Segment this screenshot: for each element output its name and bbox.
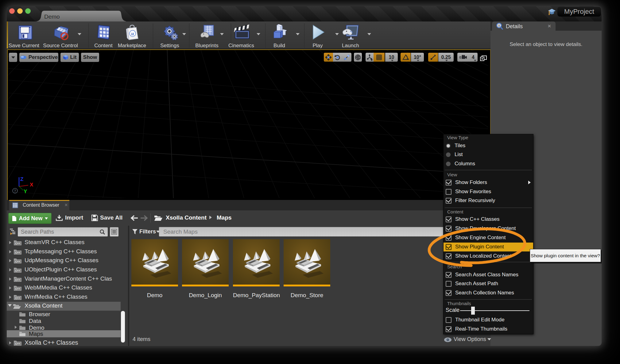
svg-text:C++: C++ xyxy=(15,342,20,345)
svg-text:C++: C++ xyxy=(15,287,20,290)
svg-text:Y: Y xyxy=(24,189,27,194)
svg-text:C++: C++ xyxy=(15,242,20,245)
svg-text:i: i xyxy=(498,24,499,27)
svg-text:C++: C++ xyxy=(15,269,20,272)
svg-text:Z: Z xyxy=(20,176,23,182)
svg-text:C++: C++ xyxy=(15,260,20,263)
svg-text:C++: C++ xyxy=(15,251,20,254)
svg-text:C++: C++ xyxy=(15,278,20,281)
svg-text:X: X xyxy=(30,182,33,188)
svg-text:u: u xyxy=(131,31,134,36)
svg-text:?: ? xyxy=(14,189,16,193)
svg-text:C++: C++ xyxy=(15,296,20,299)
